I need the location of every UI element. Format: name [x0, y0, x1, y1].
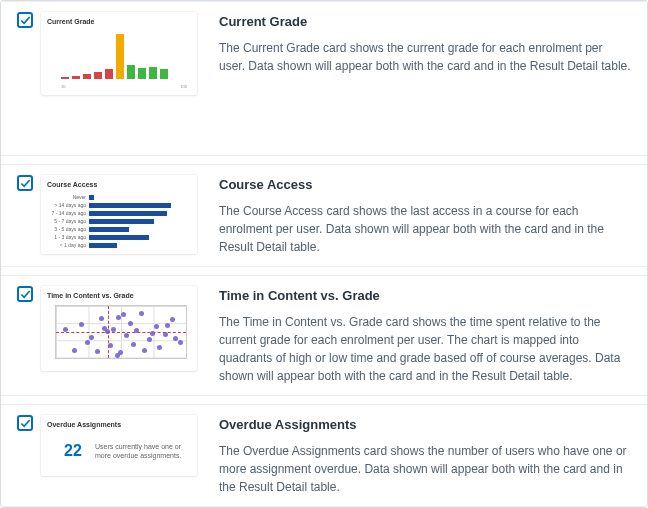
checkbox-overdue[interactable]: [17, 415, 33, 431]
checkbox-course-access[interactable]: [17, 175, 33, 191]
card-title: Time in Content vs. Grade: [219, 288, 631, 303]
checkbox-col: [17, 173, 41, 191]
bar: [89, 211, 167, 216]
course-access-thumb: Course Access Never > 14 days ago 7 - 14…: [41, 175, 197, 254]
thumb-col: Overdue Assignments 22 Users currently h…: [41, 413, 201, 476]
thumb-title: Course Access: [47, 181, 191, 188]
check-icon: [20, 15, 31, 26]
scatter-grid: [55, 305, 187, 359]
ca-label: 7 - 14 days ago: [49, 210, 89, 216]
card-desc: The Time in Content vs. Grade card shows…: [219, 313, 631, 385]
ca-label: 1 - 3 days ago: [49, 234, 89, 240]
overdue-count: 22: [51, 442, 95, 460]
checkbox-col: [17, 413, 41, 431]
course-access-chart: Never > 14 days ago 7 - 14 days ago 5 - …: [47, 192, 191, 248]
bar: [94, 72, 102, 80]
bar: [61, 77, 69, 79]
overdue-body: 22 Users currently have one or more over…: [47, 432, 191, 470]
card-desc: The Current Grade card shows the current…: [219, 39, 631, 75]
bar: [89, 203, 171, 208]
xtick: 10: [61, 84, 65, 89]
card-title: Current Grade: [219, 14, 631, 29]
card-title: Course Access: [219, 177, 631, 192]
ca-label: 3 - 5 days ago: [49, 226, 89, 232]
overdue-thumb: Overdue Assignments 22 Users currently h…: [41, 415, 197, 476]
bar: [138, 68, 146, 79]
card-title: Overdue Assignments: [219, 417, 631, 432]
current-grade-thumb: Current Grade 10 100: [41, 12, 197, 95]
ca-label: > 14 days ago: [49, 202, 89, 208]
thumb-title: Current Grade: [47, 18, 191, 25]
overdue-text: Users currently have one or more overdue…: [95, 442, 187, 460]
bar: [149, 67, 157, 79]
text-col: Time in Content vs. Grade The Time in Co…: [219, 284, 631, 385]
thumb-title: Time in Content vs. Grade: [47, 292, 191, 299]
current-grade-chart: 10 100: [47, 29, 191, 89]
bar: [105, 69, 113, 79]
scatter-chart: [47, 303, 191, 365]
bar: [116, 34, 124, 79]
checkbox-time-vs-grade[interactable]: [17, 286, 33, 302]
card-row-time-vs-grade: Time in Content vs. Grade: [1, 275, 647, 396]
thumb-col: Time in Content vs. Grade: [41, 284, 201, 371]
checkbox-col: [17, 10, 41, 28]
thumb-col: Current Grade 10 100: [41, 10, 201, 95]
thumb-title: Overdue Assignments: [47, 421, 191, 428]
bar: [72, 76, 80, 79]
text-col: Overdue Assignments The Overdue Assignme…: [219, 413, 631, 496]
bar: [83, 74, 91, 79]
bar: [89, 235, 149, 240]
xtick: 100: [180, 84, 187, 89]
card-row-current-grade: Current Grade 10 100 Current Grade The C…: [1, 1, 647, 156]
ca-label: 5 - 7 days ago: [49, 218, 89, 224]
bar: [89, 195, 94, 200]
ca-label: < 1 day ago: [49, 242, 89, 248]
check-icon: [20, 289, 31, 300]
card-row-course-access: Course Access Never > 14 days ago 7 - 14…: [1, 164, 647, 267]
check-icon: [20, 418, 31, 429]
bar: [127, 65, 135, 79]
bar: [89, 227, 129, 232]
card-desc: The Overdue Assignments card shows the n…: [219, 442, 631, 496]
checkbox-current-grade[interactable]: [17, 12, 33, 28]
text-col: Course Access The Course Access card sho…: [219, 173, 631, 256]
card-row-overdue: Overdue Assignments 22 Users currently h…: [1, 404, 647, 507]
ca-label: Never: [49, 194, 89, 200]
text-col: Current Grade The Current Grade card sho…: [219, 10, 631, 75]
checkbox-col: [17, 284, 41, 302]
thumb-col: Course Access Never > 14 days ago 7 - 14…: [41, 173, 201, 254]
bar: [89, 219, 154, 224]
time-grade-thumb: Time in Content vs. Grade: [41, 286, 197, 371]
bar: [89, 243, 117, 248]
card-desc: The Course Access card shows the last ac…: [219, 202, 631, 256]
bar: [160, 69, 168, 79]
check-icon: [20, 178, 31, 189]
